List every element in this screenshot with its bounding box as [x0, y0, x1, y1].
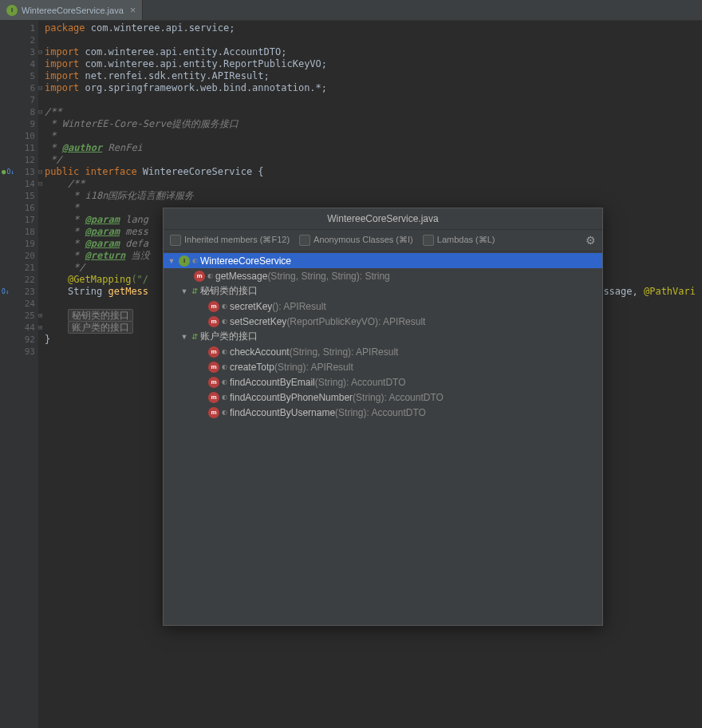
line-number: 5	[0, 70, 35, 82]
chevron-down-icon[interactable]: ▼	[167, 257, 176, 265]
line-number: 9	[0, 118, 35, 130]
line-number: 7	[0, 94, 35, 106]
tree-item[interactable]: m ◐ checkAccount(String, String): APIRes…	[164, 344, 602, 359]
structure-tree: ▼ I ◐ WintereeCoreService m ◐ getMessage…	[164, 251, 602, 625]
folded-region[interactable]: 账户类的接口	[68, 321, 133, 334]
line-number: 92	[0, 334, 35, 346]
inherited-checkbox[interactable]: Inherited members (⌘F12)	[170, 235, 290, 246]
lock-icon: ◐	[222, 409, 227, 416]
tree-root[interactable]: ▼ I ◐ WintereeCoreService	[164, 253, 602, 268]
tab-filename: WintereeCoreService.java	[22, 6, 124, 15]
method-icon: m	[208, 316, 219, 327]
file-tab[interactable]: I WintereeCoreService.java ×	[0, 0, 143, 20]
structure-popup: WintereeCoreService.java Inherited membe…	[163, 208, 603, 626]
updown-icon: ⇵	[191, 332, 198, 341]
gear-icon[interactable]: ⚙	[586, 234, 596, 247]
line-number: 44	[0, 322, 35, 334]
line-number: 1	[0, 22, 35, 34]
lock-icon: ◐	[207, 272, 213, 279]
lock-icon: ◐	[222, 318, 227, 325]
lock-icon: ◐	[222, 303, 227, 310]
line-number: 12	[0, 154, 35, 166]
line-number: 93	[0, 346, 35, 358]
method-icon: m	[208, 301, 219, 312]
line-number: 15	[0, 190, 35, 202]
method-icon: m	[208, 392, 219, 403]
tree-item[interactable]: m ◐ findAccountByPhoneNumber(String): Ac…	[164, 390, 602, 405]
line-number: 20	[0, 250, 35, 262]
fold-icon[interactable]: ⊟	[38, 46, 42, 58]
line-number: 22	[0, 274, 35, 286]
fold-icon[interactable]: ⊟	[38, 178, 42, 190]
chevron-down-icon[interactable]: ▼	[179, 333, 189, 341]
tree-item[interactable]: m ◐ getMessage(String, String, String): …	[164, 268, 602, 283]
line-number: 14	[0, 178, 35, 190]
tree-group[interactable]: ▼ ⇵ 账户类的接口	[164, 329, 602, 344]
popup-options: Inherited members (⌘F12) Anonymous Class…	[164, 230, 602, 251]
lock-icon: ◐	[222, 378, 227, 386]
gutter: 1 2 3 4 5 6 7 8 9 10 11 12 ●O↓13 14 15 1…	[0, 21, 38, 728]
fold-icon[interactable]: ⊞	[38, 310, 42, 322]
method-icon: m	[194, 271, 205, 282]
line-number: 17	[0, 214, 35, 226]
tree-item[interactable]: m ◐ createTotp(String): APIResult	[164, 359, 602, 374]
tab-bar: I WintereeCoreService.java ×	[0, 0, 702, 21]
line-number: 19	[0, 238, 35, 250]
line-number: 21	[0, 262, 35, 274]
anonymous-checkbox[interactable]: Anonymous Classes (⌘I)	[299, 235, 413, 246]
fold-icon[interactable]: ⊞	[38, 322, 42, 334]
lock-icon: ◐	[192, 257, 198, 264]
updown-icon: ⇵	[191, 287, 198, 295]
method-icon: m	[208, 407, 219, 418]
line-number: 25	[0, 310, 35, 322]
lock-icon: ◐	[222, 363, 227, 370]
tree-item[interactable]: m ◐ setSecretKey(ReportPublicKeyVO): API…	[164, 314, 602, 329]
fold-icon[interactable]: ⊟	[38, 82, 42, 94]
popup-title: WintereeCoreService.java	[164, 208, 602, 230]
interface-icon: I	[179, 255, 190, 267]
chevron-down-icon[interactable]: ▼	[179, 287, 189, 295]
line-number: 3	[0, 46, 35, 58]
line-number: O↓23	[0, 286, 35, 298]
method-icon: m	[208, 346, 219, 358]
lambdas-checkbox[interactable]: Lambdas (⌘L)	[423, 235, 495, 246]
line-number: ●O↓13	[0, 166, 35, 178]
line-number: 10	[0, 130, 35, 142]
line-number: 18	[0, 226, 35, 238]
method-icon: m	[208, 377, 219, 388]
interface-icon: I	[6, 5, 18, 16]
line-number: 24	[0, 298, 35, 310]
line-number: 11	[0, 142, 35, 154]
lock-icon: ◐	[222, 348, 227, 355]
line-number: 6	[0, 82, 35, 94]
tree-item[interactable]: m ◐ secretKey(): APIResult	[164, 299, 602, 314]
close-icon[interactable]: ×	[130, 4, 136, 16]
line-number: 16	[0, 202, 35, 214]
method-icon: m	[208, 362, 219, 373]
tree-group[interactable]: ▼ ⇵ 秘钥类的接口	[164, 283, 602, 299]
line-number: 8	[0, 106, 35, 118]
lock-icon: ◐	[222, 394, 227, 401]
fold-icon[interactable]: ⊟	[38, 166, 42, 178]
tree-item[interactable]: m ◐ findAccountByEmail(String): AccountD…	[164, 374, 602, 390]
line-number: 4	[0, 58, 35, 70]
line-number: 2	[0, 34, 35, 46]
fold-icon[interactable]: ⊟	[38, 106, 42, 118]
tree-item[interactable]: m ◐ findAccountByUsername(String): Accou…	[164, 405, 602, 420]
folded-region[interactable]: 秘钥类的接口	[68, 309, 133, 322]
